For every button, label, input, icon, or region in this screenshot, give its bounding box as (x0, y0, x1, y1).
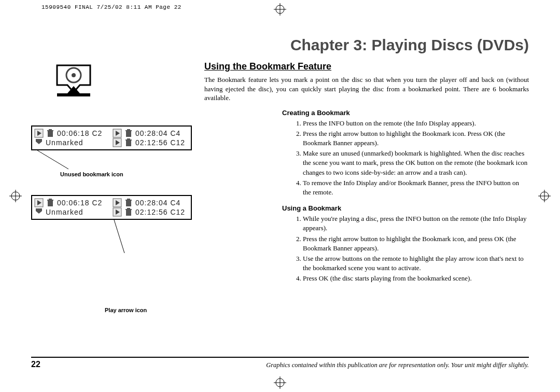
play-arrow-icon (34, 198, 44, 207)
callout-line-unused (37, 150, 79, 173)
time-value: 00:06:18 (57, 199, 90, 207)
step-item: While you're playing a disc, press the I… (303, 214, 529, 233)
trash-icon (124, 138, 133, 147)
svg-line-32 (37, 150, 68, 169)
play-arrow-icon (34, 129, 44, 138)
bookmark-disc-icon (52, 61, 95, 105)
trash-icon (46, 198, 55, 207)
svg-marker-13 (57, 86, 90, 96)
svg-rect-30 (125, 139, 132, 141)
trash-icon (46, 129, 55, 138)
callout-line-play (114, 220, 145, 257)
play-arrow-icon (113, 129, 122, 138)
page-number: 22 (31, 360, 52, 369)
svg-rect-45 (126, 210, 131, 216)
step-item: Press the INFO button on the remote (the… (303, 119, 529, 128)
svg-rect-31 (127, 138, 130, 139)
trash-icon (124, 207, 133, 217)
unmarked-label: Unmarked (46, 208, 83, 216)
chapter-value: C12 (170, 138, 185, 147)
time-value: 00:06:18 (57, 129, 90, 137)
svg-rect-20 (47, 130, 53, 131)
svg-rect-36 (47, 200, 53, 201)
svg-rect-35 (48, 201, 53, 206)
crop-mark-bottom (274, 376, 286, 389)
using-bookmark-heading: Using a Bookmark (282, 204, 529, 212)
step-item: Press the right arrow button to highligh… (303, 129, 529, 148)
using-bookmark-steps: While you're playing a disc, press the I… (292, 214, 529, 283)
play-arrow-caption: Play arrow icon (105, 307, 147, 313)
play-arrow-icon (113, 207, 122, 217)
crop-mark-top (274, 3, 286, 16)
step-item: Press the right arrow button to highligh… (303, 234, 529, 253)
svg-rect-29 (126, 141, 131, 146)
svg-rect-46 (125, 209, 132, 210)
page-content: Chapter 3: Playing Discs (DVDs) (31, 21, 529, 371)
time-value: 02:12:56 (135, 138, 168, 147)
creating-bookmark-steps: Press the INFO button on the remote (the… (292, 119, 529, 198)
right-column: Using the Bookmark Feature The Bookmark … (204, 61, 529, 290)
svg-rect-47 (127, 208, 130, 209)
time-value: 00:28:04 (135, 129, 168, 137)
left-column: 00:06:18 C2 00:28:04 C4 Unmarked (31, 61, 192, 241)
svg-rect-24 (126, 131, 131, 137)
svg-rect-26 (127, 129, 130, 130)
step-item: Press OK (the disc starts playing from t… (303, 274, 529, 283)
trash-icon (124, 129, 133, 138)
svg-rect-25 (125, 130, 132, 131)
svg-rect-37 (49, 199, 52, 200)
unmarked-bookmark-icon (34, 207, 44, 217)
svg-rect-42 (127, 199, 130, 200)
bookmark-banner-1: 00:06:18 C2 00:28:04 C4 Unmarked (31, 125, 192, 150)
step-item: Use the arrow buttons on the remote to h… (303, 254, 529, 273)
chapter-value: C2 (92, 129, 102, 137)
step-item: Make sure an unused (unmarked) bookmark … (303, 149, 529, 177)
crop-mark-right (538, 190, 551, 202)
print-crop-header: 15909540 FINAL 7/25/02 8:11 AM Page 22 (41, 4, 181, 10)
trash-icon (124, 198, 133, 207)
unmarked-bookmark-icon (34, 138, 44, 147)
play-arrow-icon (113, 198, 122, 207)
section-heading: Using the Bookmark Feature (204, 61, 529, 72)
intro-paragraph: The Bookmark feature lets you mark a poi… (204, 75, 529, 103)
page-footer: 22 Graphics contained within this public… (31, 357, 529, 369)
time-value: 00:28:04 (135, 199, 168, 207)
chapter-value: C2 (92, 199, 102, 207)
creating-bookmark-heading: Creating a Bookmark (282, 109, 529, 117)
svg-rect-21 (49, 129, 52, 130)
svg-rect-40 (126, 201, 131, 206)
chapter-value: C12 (170, 208, 185, 216)
crop-mark-left (9, 190, 22, 202)
bookmark-banner-2: 00:06:18 C2 00:28:04 C4 Unmarked (31, 195, 192, 220)
svg-point-16 (68, 71, 73, 74)
svg-rect-19 (48, 131, 53, 137)
time-value: 02:12:56 (135, 208, 168, 216)
step-item: To remove the Info Display and/or Bookma… (303, 178, 529, 197)
unmarked-label: Unmarked (46, 138, 83, 147)
chapter-title: Chapter 3: Playing Discs (DVDs) (31, 36, 529, 54)
footer-disclaimer: Graphics contained within this publicati… (52, 361, 529, 369)
unused-bookmark-caption: Unused bookmark icon (60, 171, 123, 177)
play-arrow-icon (113, 138, 122, 147)
svg-rect-41 (125, 200, 132, 201)
svg-line-48 (114, 220, 124, 253)
chapter-value: C4 (170, 129, 180, 137)
chapter-value: C4 (170, 199, 180, 207)
